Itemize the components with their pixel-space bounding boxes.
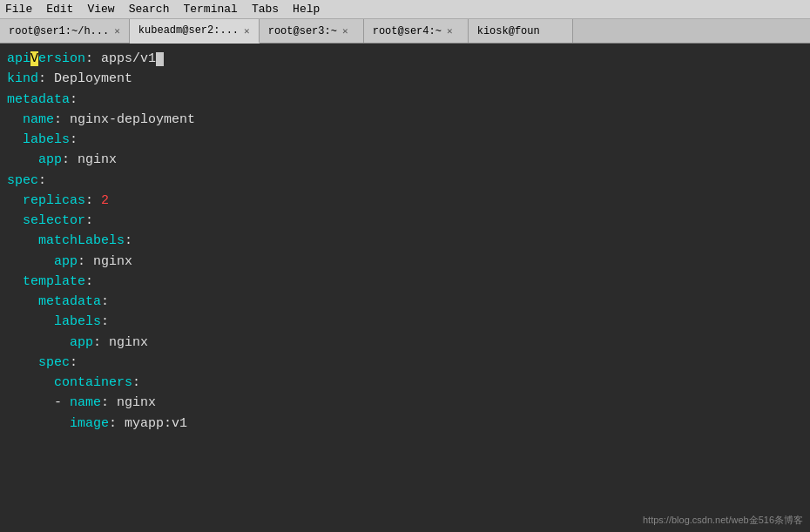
tab-5-label: kiosk@foun bbox=[477, 25, 540, 37]
tab-4-label: root@ser4:~ bbox=[373, 25, 442, 37]
menu-tabs[interactable]: Tabs bbox=[250, 3, 280, 16]
terminal-content[interactable]: apiVersion: apps/v1 kind: Deployment met… bbox=[0, 44, 810, 532]
watermark: https://blog.csdn.net/web金516条博客 bbox=[643, 514, 803, 527]
tab-3[interactable]: root@ser3:~ ✕ bbox=[260, 19, 364, 43]
tab-2-close[interactable]: ✕ bbox=[244, 25, 250, 37]
tab-1-close[interactable]: ✕ bbox=[114, 25, 120, 37]
menu-bar: File Edit View Search Terminal Tabs Help bbox=[0, 0, 810, 19]
tab-bar: root@ser1:~/h... ✕ kubeadm@ser2:... ✕ ro… bbox=[0, 19, 810, 44]
menu-terminal[interactable]: Terminal bbox=[181, 3, 239, 16]
menu-help[interactable]: Help bbox=[291, 3, 321, 16]
tab-4-close[interactable]: ✕ bbox=[447, 25, 453, 37]
tab-4[interactable]: root@ser4:~ ✕ bbox=[364, 19, 469, 43]
menu-search[interactable]: Search bbox=[127, 3, 172, 16]
menu-edit[interactable]: Edit bbox=[44, 3, 75, 16]
menu-view[interactable]: View bbox=[85, 3, 116, 16]
tab-2-label: kubeadm@ser2:... bbox=[138, 24, 239, 37]
tab-2[interactable]: kubeadm@ser2:... ✕ bbox=[130, 19, 260, 44]
tab-1[interactable]: root@ser1:~/h... ✕ bbox=[0, 19, 130, 43]
tab-3-close[interactable]: ✕ bbox=[342, 25, 348, 37]
tab-3-label: root@ser3:~ bbox=[268, 25, 337, 37]
menu-file[interactable]: File bbox=[3, 3, 34, 16]
tab-1-label: root@ser1:~/h... bbox=[9, 25, 109, 37]
code-block: apiVersion: apps/v1 kind: Deployment met… bbox=[7, 49, 803, 434]
tab-5[interactable]: kiosk@foun bbox=[469, 19, 573, 43]
